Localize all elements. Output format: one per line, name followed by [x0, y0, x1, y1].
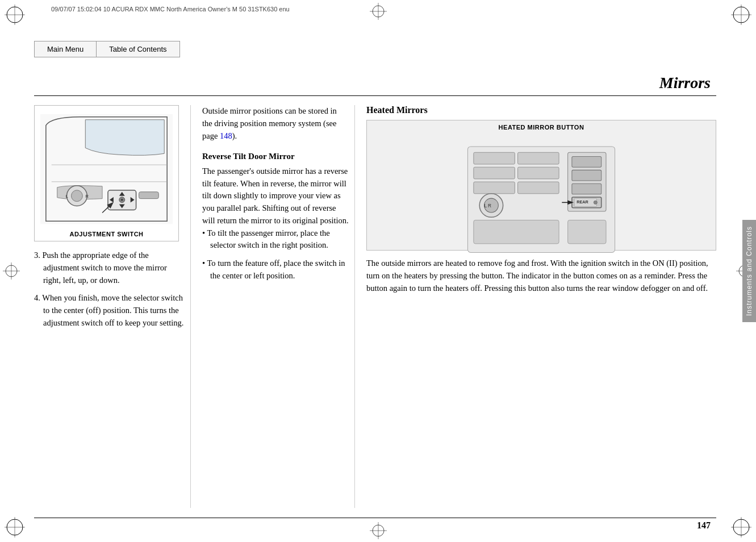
intro-text-after: ).: [232, 131, 237, 140]
page-number: 147: [697, 520, 711, 531]
left-column: L R ADJUSTMENT SWITCH 3. Push the approp…: [34, 105, 185, 508]
middle-column: Outside mirror positions can be stored i…: [190, 105, 355, 508]
bullet-item-2: To turn the feature off, place the switc…: [202, 257, 349, 282]
step-3: 3. Push the appropriate edge of the adju…: [34, 249, 185, 286]
svg-rect-36: [139, 192, 159, 199]
crosshair-bottom: [370, 522, 387, 539]
crosshair-top: [370, 3, 387, 20]
svg-text:L: L: [66, 194, 69, 199]
middle-text: Outside mirror positions can be stored i…: [202, 105, 349, 282]
svg-rect-54: [572, 184, 602, 194]
side-tab: Instruments and Controls: [742, 220, 756, 322]
page-title: Mirrors: [659, 74, 711, 92]
corner-mark-tr: [731, 5, 751, 25]
bottom-rule: [34, 518, 716, 518]
svg-text:R: R: [85, 194, 89, 199]
svg-rect-53: [572, 170, 602, 181]
left-text: 3. Push the appropriate edge of the adju…: [34, 249, 185, 335]
toc-button[interactable]: Table of Contents: [96, 41, 179, 57]
crosshair-left: [3, 262, 20, 280]
svg-text:L R: L R: [484, 203, 491, 209]
svg-rect-61: [474, 220, 559, 243]
reverse-tilt-heading: Reverse Tilt Door Mirror: [202, 150, 349, 163]
svg-rect-43: [518, 152, 559, 164]
corner-mark-bl: [5, 517, 25, 537]
heated-mirror-diagram: HEATED MIRROR BUTTON L R: [366, 120, 716, 251]
heated-mirrors-heading: Heated Mirrors: [366, 105, 716, 115]
page-link[interactable]: 148: [220, 131, 232, 140]
adjustment-switch-label: ADJUSTMENT SWITCH: [69, 231, 143, 237]
svg-point-33: [121, 199, 123, 201]
adjustment-switch-diagram: L R ADJUSTMENT SWITCH: [34, 105, 179, 241]
title-rule: [34, 95, 716, 96]
svg-rect-52: [572, 157, 602, 168]
svg-text:REAR: REAR: [577, 199, 588, 205]
content-area: L R ADJUSTMENT SWITCH 3. Push the approp…: [34, 105, 716, 508]
svg-rect-44: [474, 167, 515, 179]
heated-diagram-label: HEATED MIRROR BUTTON: [499, 124, 584, 131]
svg-point-38: [71, 190, 82, 202]
svg-point-58: [594, 201, 597, 204]
corner-mark-br: [731, 517, 751, 537]
intro-paragraph: Outside mirror positions can be stored i…: [202, 105, 349, 142]
heated-mirrors-body: The outside mirrors are heated to remove…: [366, 257, 716, 294]
svg-rect-42: [474, 152, 515, 164]
side-tab-text: Instruments and Controls: [745, 226, 753, 316]
nav-buttons: Main Menu Table of Contents: [34, 41, 180, 57]
bullet-list: To tilt the passenger mirror, place the …: [202, 227, 349, 282]
corner-mark-tl: [5, 5, 25, 25]
step-4: 4. When you finish, move the selector sw…: [34, 292, 185, 329]
svg-rect-46: [474, 182, 515, 194]
svg-rect-62: [568, 220, 606, 243]
print-info: 09/07/07 15:02:04 10 ACURA RDX MMC North…: [51, 6, 290, 12]
svg-rect-45: [518, 167, 559, 179]
svg-rect-47: [518, 182, 559, 194]
main-menu-button[interactable]: Main Menu: [34, 41, 96, 57]
reverse-tilt-body: The passenger's outside mirror has a rev…: [202, 165, 349, 227]
bullet-item-1: To tilt the passenger mirror, place the …: [202, 227, 349, 252]
right-column: Heated Mirrors HEATED MIRROR BUTTON: [361, 105, 716, 508]
